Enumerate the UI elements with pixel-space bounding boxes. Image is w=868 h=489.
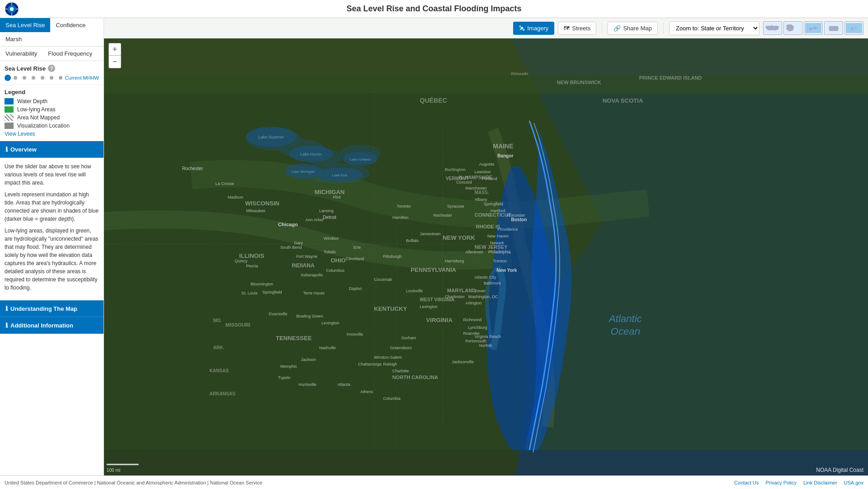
svg-text:Winston-Salem: Winston-Salem (374, 355, 402, 360)
map-container[interactable]: 🛰 Imagery 🗺 Streets 🔗 Share Map Zoom to:… (104, 18, 868, 475)
zoom-out-button[interactable]: − (108, 56, 121, 68)
svg-text:Harrisburg: Harrisburg (445, 259, 464, 263)
svg-text:N. HAMPSHIRE: N. HAMPSHIRE (459, 175, 492, 180)
share-map-button[interactable]: 🔗 Share Map (608, 22, 658, 35)
legend-label-visualization-location: Visualization Location (17, 123, 70, 129)
legend-item-area-not-mapped: Area Not Mapped (5, 114, 99, 121)
accordion-understanding[interactable]: ℹ Understanding The Map (0, 300, 104, 317)
tab-vulnerability[interactable]: Vulnerability (0, 47, 42, 61)
slider-row: Current MHHW (5, 75, 99, 81)
svg-text:Portsmouth: Portsmouth (466, 339, 486, 343)
territory-hawaii[interactable] (804, 21, 823, 35)
sidebar: Sea Level Rise Confidence Marsh Vulnerab… (0, 18, 104, 475)
slider-pip (59, 76, 62, 80)
zoom-in-button[interactable]: + (108, 43, 121, 56)
streets-button[interactable]: 🗺 Streets (558, 22, 596, 35)
map-background[interactable]: Lake Superior Lake Huron Lake Michigan L… (104, 18, 868, 475)
svg-text:Augusta: Augusta (479, 162, 495, 166)
territory-vi[interactable] (844, 21, 863, 35)
svg-point-6 (809, 28, 812, 30)
svg-text:TENNESSEE: TENNESSEE (276, 335, 312, 342)
view-levees-link[interactable]: View Levees (5, 131, 99, 137)
svg-text:Bowling Green: Bowling Green (296, 314, 323, 318)
area-not-mapped-swatch (5, 114, 14, 121)
svg-text:Bloomington: Bloomington (250, 282, 273, 286)
footer-link-disclaimer[interactable]: Link Disclaimer (803, 480, 837, 485)
svg-text:Flint: Flint (333, 195, 341, 199)
understanding-label: Understanding The Map (10, 305, 77, 312)
svg-point-11 (851, 27, 854, 30)
svg-text:Charlotte: Charlotte (392, 369, 409, 373)
legend-item-water-depth: Water Depth (5, 98, 99, 104)
tab-confidence[interactable]: Confidence (50, 18, 91, 32)
svg-text:Memphis: Memphis (280, 364, 297, 369)
footer-contact-us[interactable]: Contact Us (734, 480, 759, 485)
svg-text:Evansville: Evansville (269, 312, 288, 316)
svg-text:Huntsville: Huntsville (298, 382, 316, 387)
svg-text:Raleigh: Raleigh (383, 362, 397, 366)
additional-icon: ℹ (5, 322, 8, 329)
footer-privacy-policy[interactable]: Privacy Policy (766, 480, 797, 485)
svg-text:Gary: Gary (294, 241, 303, 245)
divider (602, 23, 602, 33)
svg-text:Detroit: Detroit (323, 215, 336, 220)
svg-text:CONNECTICUT: CONNECTICUT (475, 212, 511, 218)
page-title: Sea Level Rise and Coastal Flooding Impa… (346, 4, 521, 14)
svg-text:Lexington: Lexington (321, 321, 339, 325)
slider-title: Sea Level Rise (5, 65, 46, 72)
visualization-location-swatch (5, 123, 14, 129)
accordion-overview[interactable]: ℹ Overview (0, 141, 104, 158)
accordion-additional[interactable]: ℹ Additional Information (0, 317, 104, 334)
svg-text:Syracuse: Syracuse (447, 204, 464, 209)
territory-alaska[interactable] (783, 21, 802, 35)
tab-sea-level-rise[interactable]: Sea Level Rise (0, 18, 50, 32)
svg-text:MAINE: MAINE (493, 142, 514, 150)
svg-text:MO.: MO. (213, 318, 222, 323)
svg-text:Dayton: Dayton (349, 286, 362, 291)
svg-text:100 mi: 100 mi (107, 468, 120, 473)
slider-pip (14, 76, 17, 80)
svg-text:Arlington: Arlington (466, 301, 482, 305)
svg-text:Louisville: Louisville (406, 289, 423, 293)
slider-help-icon[interactable]: ? (48, 65, 55, 72)
svg-text:Boston: Boston (511, 217, 527, 222)
territory-usa[interactable] (763, 21, 782, 35)
svg-text:MASS.: MASS. (475, 190, 489, 195)
share-icon: 🔗 (613, 25, 621, 32)
slider-track[interactable] (14, 76, 62, 80)
svg-text:Lake Erie: Lake Erie (332, 173, 348, 177)
svg-text:OHIO: OHIO (330, 257, 346, 264)
slider-pip (23, 76, 26, 80)
svg-text:Madison: Madison (228, 195, 243, 199)
svg-text:St. Louis: St. Louis (241, 291, 258, 295)
tab-flood-frequency[interactable]: Flood Frequency (42, 47, 98, 61)
svg-text:Indianapolis: Indianapolis (301, 273, 323, 277)
tab-marsh[interactable]: Marsh (0, 32, 27, 46)
imagery-button[interactable]: 🛰 Imagery (513, 22, 554, 35)
svg-text:Allentown: Allentown (466, 250, 483, 254)
footer-usa-gov[interactable]: USA.gov (844, 480, 863, 485)
svg-text:New Haven: New Haven (487, 234, 509, 238)
svg-text:Tupelo: Tupelo (278, 375, 290, 380)
app-header: Sea Level Rise and Coastal Flooding Impa… (0, 0, 868, 18)
svg-text:Lake Michigan: Lake Michigan (292, 170, 315, 174)
map-toolbar: 🛰 Imagery 🗺 Streets 🔗 Share Map Zoom to:… (104, 18, 868, 38)
svg-text:Cincinnati: Cincinnati (374, 277, 392, 282)
slider-handle[interactable] (5, 75, 11, 81)
svg-text:Burlington: Burlington (445, 167, 466, 172)
svg-text:South Bend: South Bend (280, 245, 302, 250)
territory-pr[interactable] (824, 21, 843, 35)
svg-text:Rimouski: Rimouski (511, 71, 528, 76)
svg-text:Springfield: Springfield (484, 202, 503, 206)
svg-text:Peoria: Peoria (246, 264, 258, 268)
additional-label: Additional Information (10, 322, 73, 329)
zoom-to-dropdown[interactable]: Zoom to: State or Territory (669, 21, 760, 35)
svg-text:PENNSYLVANIA: PENNSYLVANIA (410, 266, 456, 273)
svg-text:Trenton: Trenton (493, 259, 507, 263)
svg-text:Windsor: Windsor (324, 236, 339, 241)
svg-text:Dover: Dover (475, 289, 486, 293)
svg-rect-148 (107, 464, 139, 465)
noaa-credit: NOAA Digital Coast (816, 467, 863, 473)
svg-text:Erie: Erie (354, 245, 361, 250)
svg-text:Jacksonville: Jacksonville (452, 360, 474, 364)
